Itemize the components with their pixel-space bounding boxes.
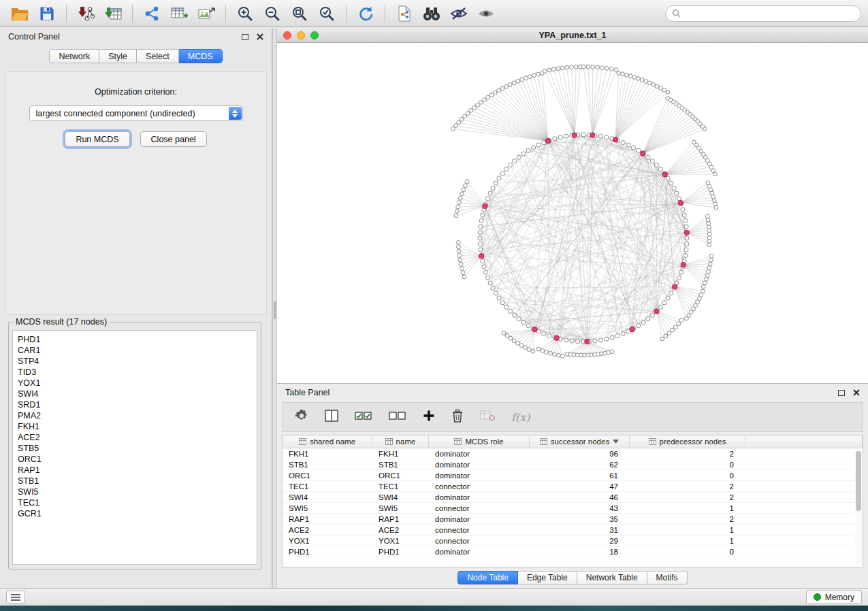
cell-name[interactable]: FKH1	[372, 448, 429, 459]
mcds-result-item[interactable]: CAR1	[18, 345, 257, 356]
mcds-result-item[interactable]: PHD1	[18, 334, 257, 345]
search-input[interactable]	[685, 9, 854, 18]
mcds-result-item[interactable]: SWI4	[18, 389, 257, 399]
cell-shared-name[interactable]: STB1	[283, 459, 372, 469]
cell-mcds-role[interactable]: dominator	[429, 470, 530, 480]
control-tab-network[interactable]: Network	[49, 49, 99, 63]
cell-mcds-role[interactable]: dominator	[429, 448, 530, 459]
cell-successor-nodes[interactable]: 96	[530, 448, 630, 459]
control-tab-mcds[interactable]: MCDS	[179, 49, 223, 63]
cell-name[interactable]: SWI4	[372, 492, 429, 502]
show-column-icon[interactable]	[325, 410, 338, 425]
add-row-icon[interactable]	[423, 410, 435, 425]
close-panel-icon[interactable]	[853, 389, 860, 396]
cell-predecessor-nodes[interactable]: 2	[630, 481, 745, 491]
share-document-icon[interactable]	[391, 3, 417, 24]
table-row[interactable]: RAP1RAP1dominator352	[283, 514, 863, 525]
cell-shared-name[interactable]: ACE2	[283, 525, 372, 535]
scrollbar-thumb[interactable]	[856, 451, 861, 511]
export-image-icon[interactable]	[193, 3, 219, 24]
cell-mcds-role[interactable]: connector	[429, 481, 530, 491]
column-header-name[interactable]: name	[372, 435, 429, 448]
minimize-window-icon[interactable]	[297, 31, 305, 39]
search-network-binoculars-icon[interactable]	[419, 3, 445, 24]
close-window-icon[interactable]	[283, 31, 291, 39]
criterion-dropdown[interactable]: largest connected component (undirected)	[29, 105, 243, 121]
cell-predecessor-nodes[interactable]: 1	[630, 525, 745, 535]
cell-mcds-role[interactable]: connector	[429, 525, 530, 535]
cell-shared-name[interactable]: SWI5	[283, 503, 372, 513]
new-table-icon[interactable]	[166, 3, 192, 24]
clear-selection-icon[interactable]	[389, 410, 406, 425]
mcds-result-item[interactable]: FKH1	[18, 421, 257, 432]
cell-name[interactable]: PHD1	[372, 546, 429, 557]
open-folder-icon[interactable]	[7, 3, 33, 24]
cell-name[interactable]: SWI5	[372, 503, 429, 513]
cell-name[interactable]: RAP1	[372, 514, 429, 524]
cell-shared-name[interactable]: PHD1	[283, 546, 372, 557]
cell-shared-name[interactable]: FKH1	[283, 448, 372, 459]
cell-successor-nodes[interactable]: 31	[530, 525, 630, 535]
mcds-result-item[interactable]: SRD1	[18, 399, 257, 410]
table-row[interactable]: YOX1YOX1connector291	[283, 535, 863, 546]
table-tab-edge-table[interactable]: Edge Table	[518, 571, 577, 584]
close-panel-icon[interactable]	[257, 33, 263, 40]
cell-successor-nodes[interactable]: 46	[530, 492, 630, 502]
table-row[interactable]: STB1STB1dominator620	[283, 459, 863, 470]
cell-predecessor-nodes[interactable]: 1	[630, 535, 745, 546]
table-settings-gear-icon[interactable]	[295, 409, 308, 425]
cell-name[interactable]: TEC1	[372, 481, 429, 491]
mcds-result-item[interactable]: GCR1	[18, 508, 257, 519]
cell-predecessor-nodes[interactable]: 0	[630, 546, 745, 557]
save-icon[interactable]	[34, 3, 60, 24]
mcds-result-item[interactable]: STP4	[18, 356, 257, 367]
table-scrollbar[interactable]	[855, 450, 862, 565]
network-graph[interactable]	[277, 43, 868, 383]
cell-shared-name[interactable]: RAP1	[283, 514, 372, 524]
mcds-result-list[interactable]: PHD1CAR1STP4TID3YOX1SWI4SRD1PMA2FKH1ACE2…	[12, 330, 257, 565]
column-header-predecessor-nodes[interactable]: predecessor nodes	[630, 435, 745, 448]
cell-mcds-role[interactable]: connector	[429, 535, 530, 546]
close-panel-button[interactable]: Close panel	[140, 131, 207, 147]
mcds-result-item[interactable]: ORC1	[18, 454, 257, 465]
mcds-result-item[interactable]: STB5	[18, 443, 257, 454]
table-tab-motifs[interactable]: Motifs	[647, 571, 688, 584]
cell-successor-nodes[interactable]: 43	[530, 503, 630, 513]
cell-name[interactable]: STB1	[372, 459, 429, 469]
maximize-window-icon[interactable]	[310, 31, 319, 39]
cell-mcds-role[interactable]: dominator	[429, 546, 530, 557]
table-tab-network-table[interactable]: Network Table	[577, 571, 647, 584]
control-tab-select[interactable]: Select	[137, 49, 179, 63]
cell-mcds-role[interactable]: dominator	[429, 514, 530, 524]
cell-successor-nodes[interactable]: 61	[530, 470, 630, 480]
show-hide-eye-icon[interactable]	[473, 3, 499, 24]
cell-predecessor-nodes[interactable]: 2	[630, 492, 745, 502]
cell-shared-name[interactable]: YOX1	[283, 535, 372, 546]
refresh-icon[interactable]	[353, 3, 379, 24]
cell-predecessor-nodes[interactable]: 0	[630, 470, 745, 480]
cell-shared-name[interactable]: ORC1	[283, 470, 372, 480]
table-row[interactable]: ACE2ACE2connector311	[283, 525, 863, 535]
table-row[interactable]: FKH1FKH1dominator962	[283, 448, 863, 459]
style-preview-icon[interactable]	[446, 3, 472, 24]
cell-successor-nodes[interactable]: 35	[530, 514, 630, 524]
zoom-fit-icon[interactable]	[287, 3, 312, 24]
table-row[interactable]: TEC1TEC1connector472	[283, 481, 863, 492]
column-header-MCDS-role[interactable]: MCDS role	[429, 435, 530, 448]
mcds-result-item[interactable]: TEC1	[18, 497, 257, 508]
table-row[interactable]: PHD1PHD1dominator180	[283, 546, 863, 557]
zoom-out-icon[interactable]	[259, 3, 285, 24]
panel-splitter[interactable]	[272, 28, 277, 588]
table-row[interactable]: ORC1ORC1dominator610	[283, 470, 863, 481]
status-menu-button[interactable]	[6, 591, 25, 604]
float-panel-icon[interactable]	[838, 390, 845, 396]
mcds-result-item[interactable]: SWI5	[18, 486, 257, 497]
mcds-result-item[interactable]: RAP1	[18, 465, 257, 476]
cell-mcds-role[interactable]: connector	[429, 503, 530, 513]
zoom-selected-icon[interactable]	[314, 3, 340, 24]
cell-predecessor-nodes[interactable]: 1	[630, 503, 745, 513]
table-row[interactable]: SWI4SWI4dominator462	[283, 492, 863, 503]
delete-row-trash-icon[interactable]	[451, 409, 464, 425]
memory-button[interactable]: Memory	[806, 590, 862, 604]
cell-successor-nodes[interactable]: 29	[530, 535, 630, 546]
